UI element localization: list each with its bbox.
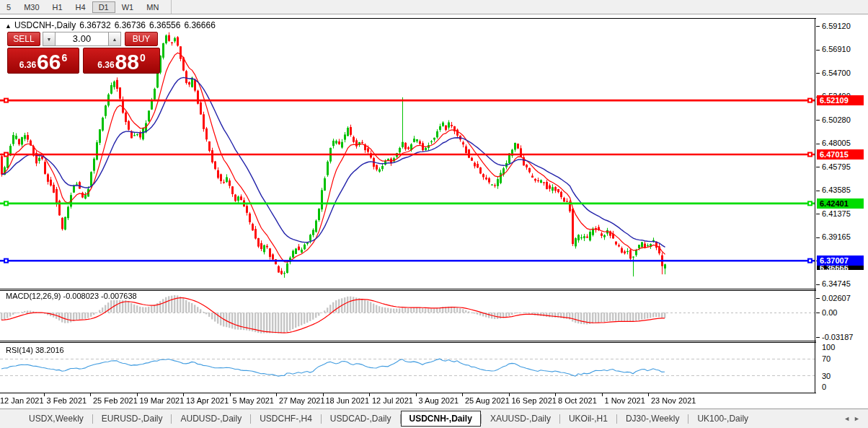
timeframe-button-mn[interactable]: MN: [140, 1, 165, 13]
price-tick-label: 6.45795: [822, 162, 851, 172]
tab-usdcaddaily[interactable]: USDCAD-,Daily: [322, 411, 400, 427]
ohlc-open: 6.36732: [79, 20, 110, 30]
hline-price-label-2: 6.42401: [817, 198, 864, 209]
price-tick-label: 6.39165: [822, 232, 851, 242]
hline-price-label-1: 6.47015: [817, 149, 864, 160]
date-label: 12 Jul 2021: [372, 396, 413, 405]
timeframe-button-m30[interactable]: M30: [17, 1, 45, 13]
price-tick-label: 6.56910: [822, 45, 851, 54]
ohlc-close: 6.36666: [184, 20, 215, 30]
date-label: 1 Nov 2021: [605, 396, 645, 405]
price-tick-label: 6.59120: [822, 22, 851, 31]
price-tick-mark: [816, 120, 820, 121]
date-label: 16 Sep 2021: [512, 396, 557, 405]
date-label: 25 Feb 2021: [93, 396, 138, 405]
macd-axis-label: 0.02607: [822, 294, 851, 303]
volume-increase-button[interactable]: ▲: [108, 32, 121, 46]
tab-usdcnhdaily[interactable]: USDCNH-,Daily: [401, 411, 481, 427]
price-tick-mark: [816, 73, 820, 74]
buy-button[interactable]: BUY: [125, 32, 158, 46]
price-tick-label: 6.54700: [822, 69, 851, 78]
price-tick-mark: [816, 284, 820, 285]
price-tick-mark: [816, 50, 820, 51]
volume-decrease-button[interactable]: ▼: [43, 32, 56, 46]
buy-price-button[interactable]: 6.36880: [83, 48, 160, 74]
price-tick-label: 6.34745: [822, 279, 851, 289]
price-tick-mark: [816, 144, 820, 144]
date-axis: 12 Jan 20213 Feb 202125 Feb 202119 Mar 2…: [0, 396, 815, 408]
date-label: 5 May 2021: [233, 396, 274, 405]
date-label: 8 Oct 2021: [558, 396, 597, 405]
chart-tab-bar: USDX,WeeklyEURUSD-,DailyAUDUSD-,DailyUSD…: [0, 409, 868, 428]
macd-axis-label: 0.00: [822, 308, 837, 318]
collapse-panel-icon[interactable]: ▲: [5, 22, 12, 30]
hline-price-label-3: 6.37007: [817, 256, 864, 266]
macd-tick-mark: [816, 337, 820, 338]
rsi-indicator-label: RSI(14) 38.2016: [4, 346, 66, 354]
hline-price-label-0: 6.52109: [817, 95, 864, 105]
date-label: 19 Mar 2021: [140, 396, 185, 405]
chart-symbol-header: ▲USDCNH-,Daily6.367326.367366.365566.366…: [5, 20, 219, 30]
date-label: 23 Nov 2021: [651, 396, 696, 405]
timeframe-button-h1[interactable]: H1: [46, 1, 69, 13]
price-tick-label: 6.41375: [822, 209, 851, 219]
date-label: 3 Aug 2021: [419, 396, 459, 405]
tab-usdchfh4[interactable]: USDCHF-,H4: [251, 411, 321, 427]
macd-tick-mark: [816, 313, 820, 313]
tabs-scroll-left-icon[interactable]: ◄: [843, 415, 854, 422]
tabs-scroll-right-icon[interactable]: ►: [854, 415, 864, 422]
timeframe-button-h4[interactable]: H4: [69, 1, 92, 13]
price-tick-mark: [816, 237, 820, 238]
price-tick-mark: [816, 191, 820, 191]
date-label: 18 Jun 2021: [326, 396, 370, 405]
date-label: 25 Aug 2021: [465, 396, 510, 405]
price-chart-canvas[interactable]: [0, 18, 816, 412]
one-click-trading-panel: SELL ▼ 3.00 ▲ BUY 6.36666 6.36880: [7, 32, 160, 74]
volume-input[interactable]: 3.00: [56, 32, 108, 46]
sell-price-big: 66: [37, 52, 61, 72]
tab-audusddaily[interactable]: AUDUSD-,Daily: [172, 411, 250, 427]
price-tick-mark: [816, 214, 820, 214]
buy-price-prefix: 6.36: [97, 60, 114, 70]
price-tick-label: 6.50280: [822, 115, 851, 125]
rsi-axis-label: 30: [822, 372, 831, 381]
buy-price-big: 88: [115, 52, 139, 72]
date-label: 27 May 2021: [279, 396, 325, 405]
macd-indicator-label: MACD(12,26,9) -0.008023 -0.007638: [4, 292, 138, 300]
macd-tick-mark: [816, 298, 820, 299]
price-tick-label: 6.43585: [822, 185, 851, 195]
rsi-axis-label: 70: [822, 354, 831, 364]
chevron-up-icon: ▲: [112, 37, 118, 42]
timeframe-toolbar: 5M30H1H4D1W1MN: [0, 0, 868, 14]
buy-price-sup: 0: [140, 52, 146, 64]
chevron-down-icon: ▼: [47, 37, 52, 42]
ohlc-low: 6.36556: [149, 20, 180, 30]
symbol-name: USDCNH-,Daily: [14, 20, 76, 30]
sell-price-button[interactable]: 6.36666: [7, 48, 79, 74]
macd-axis-label: -0.03187: [822, 333, 853, 342]
price-axis: 6.591206.569106.547006.524906.502806.480…: [816, 18, 868, 412]
toolbar-separator: [171, 0, 172, 14]
date-label: 3 Feb 2021: [47, 396, 87, 405]
price-tick-mark: [816, 167, 820, 167]
price-tick-mark: [816, 26, 820, 27]
tab-eurusddaily[interactable]: EURUSD-,Daily: [93, 411, 172, 427]
tab-uk100daily[interactable]: UK100-,Daily: [688, 411, 757, 427]
ohlc-high: 6.36736: [115, 20, 146, 30]
timeframe-button-5[interactable]: 5: [0, 1, 17, 13]
tab-scroll-buttons: ◄►: [843, 415, 864, 422]
timeframe-button-w1[interactable]: W1: [115, 1, 141, 13]
tab-dj30weekly[interactable]: DJ30-,Weekly: [617, 411, 688, 427]
sell-button[interactable]: SELL: [7, 32, 40, 46]
sell-price-sup: 6: [61, 52, 67, 64]
tab-xauusddaily[interactable]: XAUUSD-,Daily: [482, 411, 559, 427]
price-tick-label: 6.48005: [822, 139, 851, 148]
date-label: 12 Jan 2021: [0, 396, 44, 405]
timeframe-button-d1[interactable]: D1: [92, 1, 115, 13]
tab-usdxweekly[interactable]: USDX,Weekly: [20, 411, 92, 427]
tab-ukoilh1[interactable]: UKOil-,H1: [560, 411, 616, 427]
rsi-axis-label: 0: [822, 383, 826, 392]
date-label: 13 Apr 2021: [186, 396, 229, 405]
mt4-window: 5M30H1H4D1W1MN ▲USDCNH-,Daily6.367326.36…: [0, 0, 868, 428]
rsi-axis-label: 100: [822, 343, 835, 352]
